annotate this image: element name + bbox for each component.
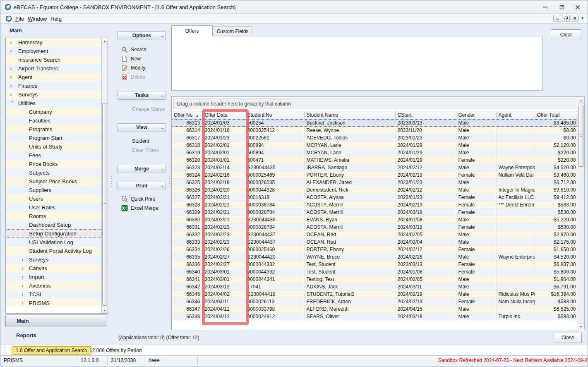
modify-action[interactable]: Modify bbox=[121, 64, 145, 71]
grid-cell[interactable]: 0000033798 bbox=[245, 305, 304, 313]
grid-cell[interactable]: S230044420 bbox=[245, 253, 304, 261]
tree-item-suppliers[interactable]: Suppliers bbox=[6, 186, 101, 194]
tree-expand-icon[interactable]: › bbox=[10, 82, 15, 90]
grid-cell[interactable]: PORTER, Ebony bbox=[304, 171, 395, 179]
grid-cell[interactable]: $220.00 bbox=[535, 156, 578, 164]
grid-cell[interactable]: 2024/01/03 bbox=[202, 119, 245, 127]
grid-cell[interactable]: 66332 bbox=[172, 231, 202, 238]
splitter-left[interactable] bbox=[110, 176, 112, 187]
tree-scroll-up-icon[interactable]: ▲ bbox=[102, 38, 108, 44]
grid-cell[interactable]: 500894 bbox=[245, 149, 304, 156]
grid-cell[interactable]: ACOSTA, Merrill bbox=[304, 201, 395, 209]
search-action[interactable]: Search bbox=[121, 46, 146, 53]
grid-cell[interactable]: 66328 bbox=[172, 201, 202, 209]
grid-cell[interactable]: 66314 bbox=[172, 127, 202, 134]
grid-cell[interactable]: OCEAN, Red bbox=[304, 238, 395, 246]
grid-cell[interactable]: Testing, Test bbox=[304, 276, 395, 283]
grid-cell[interactable]: Turpis Inc. bbox=[496, 313, 535, 320]
tree-expand-icon[interactable]: › bbox=[22, 273, 26, 281]
tree-item-finance[interactable]: ›Finance bbox=[6, 82, 101, 90]
grid-cell[interactable]: 66331 bbox=[172, 223, 202, 231]
grid-cell[interactable]: 2024/04/12 bbox=[202, 305, 245, 313]
column-header-offer-no[interactable]: Offer No▲ bbox=[172, 111, 202, 119]
grid-cell[interactable]: Female bbox=[456, 171, 496, 179]
grid-cell[interactable]: 0000025469 bbox=[245, 171, 304, 179]
grid-cell[interactable]: $6,525.00 bbox=[535, 305, 578, 313]
grid-cell[interactable]: $2,175.00 bbox=[535, 238, 578, 246]
column-header-agent[interactable]: Agent bbox=[496, 111, 535, 119]
grid-row[interactable]: 663282024/02/210000038784ACOSTA, Merrill… bbox=[172, 201, 578, 209]
grid-cell[interactable]: Nullam Velit Dui In bbox=[496, 171, 535, 179]
grid-cell[interactable]: 2024/01/23 bbox=[202, 134, 245, 142]
grid-cell[interactable]: 2024/02/12 bbox=[395, 246, 456, 253]
grid-cell[interactable]: Female bbox=[456, 194, 496, 201]
grid-row[interactable]: 663472024/04/120000033798ALFORD, Meredit… bbox=[172, 305, 578, 313]
tree-item-company[interactable]: Company bbox=[6, 108, 101, 116]
grid-cell[interactable]: ADKINS, Jack bbox=[304, 283, 395, 290]
tree-item-tcsi[interactable]: ›TCSI bbox=[6, 290, 101, 299]
grid-cell[interactable] bbox=[496, 268, 535, 276]
grid-cell[interactable]: S230044437 bbox=[245, 238, 304, 246]
grid-cell[interactable]: 66327 bbox=[172, 194, 202, 201]
grid-cell[interactable]: 2024/02/27 bbox=[202, 261, 245, 268]
grid-cell[interactable]: Male bbox=[456, 313, 496, 320]
grid-cell[interactable]: PORTER, Ebony bbox=[304, 246, 395, 253]
tree-scroll-down-icon[interactable]: ▼ bbox=[102, 307, 108, 313]
grid-scroll-up-icon[interactable]: ▲ bbox=[578, 97, 584, 103]
grid-cell[interactable]: 2023/11/20 bbox=[395, 127, 456, 134]
grid-cell[interactable] bbox=[496, 283, 535, 290]
grid-cell[interactable]: 2024/03/18 bbox=[395, 209, 456, 216]
grid-cell[interactable]: 0000026113 bbox=[245, 298, 304, 305]
grid-cell[interactable]: 00022561 bbox=[245, 134, 304, 142]
column-header-cstart[interactable]: CStart bbox=[395, 111, 456, 119]
grid-cell[interactable]: 66333 bbox=[172, 238, 202, 246]
grid-cell[interactable]: FREDERICK, Arden bbox=[304, 298, 395, 305]
grid-cell[interactable]: $3,485.00 bbox=[535, 119, 578, 127]
grid-cell[interactable]: 2024/03/04 bbox=[395, 238, 456, 246]
grid-cell[interactable]: $1,650.00 bbox=[535, 246, 578, 253]
tree-item-prisms[interactable]: ›PRISMS bbox=[6, 299, 101, 307]
grid-cell[interactable]: $3,460.00 bbox=[535, 171, 578, 179]
grid-cell[interactable] bbox=[496, 238, 535, 246]
grid-row[interactable]: 663172024/01/2300022561ACEVEDO, Tobias20… bbox=[172, 134, 578, 142]
grid-cell[interactable]: Male bbox=[456, 149, 496, 156]
grid-cell[interactable]: Female bbox=[456, 268, 496, 276]
grid-cell[interactable]: WAYNE, Bruce bbox=[304, 253, 395, 261]
grid-cell[interactable]: 2024/01/29 bbox=[395, 142, 456, 149]
grid-row[interactable]: 663422024/03/1217041ADKINS, Jack2024/03/… bbox=[172, 283, 578, 290]
tree-item-canvas[interactable]: ›Canvas bbox=[6, 264, 101, 273]
tree-expand-icon[interactable]: › bbox=[22, 299, 26, 307]
clear-filters-action[interactable]: Clear Filters bbox=[132, 146, 159, 154]
grid-row[interactable]: 663292024/02/210000028784ACOSTA, Merrill… bbox=[172, 209, 578, 216]
grid-cell[interactable] bbox=[496, 142, 535, 149]
grid-cell[interactable]: 2023/01/23 bbox=[395, 134, 456, 142]
grid-cell[interactable]: 0000028784 bbox=[245, 209, 304, 216]
tree-item-rooms[interactable]: Rooms bbox=[6, 212, 101, 221]
grid-cell[interactable]: S230044435 bbox=[245, 164, 304, 171]
grid-row[interactable]: 663202024/01/01500471MATHEWS, Amelia2024… bbox=[172, 156, 578, 164]
grid-cell[interactable]: 66348 bbox=[172, 313, 202, 320]
tree-scrollbar[interactable]: ▲ ▼ bbox=[101, 38, 108, 313]
grid-cell[interactable]: 2024/03/18 bbox=[395, 223, 456, 231]
grid-cell[interactable]: Male bbox=[456, 179, 496, 186]
grid-cell[interactable] bbox=[496, 156, 535, 164]
grid-cell[interactable]: 2024/04/11 bbox=[202, 298, 245, 305]
grid-cell[interactable]: 2024/02/01 bbox=[202, 149, 245, 156]
grid-row[interactable]: 663142024/01/160000025412Reese, Wynne202… bbox=[172, 127, 578, 134]
grid-cell[interactable]: 2024/02/26 bbox=[202, 246, 245, 253]
grid-cell[interactable]: Female bbox=[456, 156, 496, 164]
grid-cell[interactable]: SEARS, Oliver bbox=[304, 313, 395, 320]
grid-cell[interactable]: 2024/03/12 bbox=[202, 283, 245, 290]
tabbar-drag-handle[interactable] bbox=[4, 347, 6, 355]
grid-cell[interactable] bbox=[496, 231, 535, 238]
grid-cell[interactable]: 2024/02/23 bbox=[202, 231, 245, 238]
grid-cell[interactable]: 2024/02/21 bbox=[202, 209, 245, 216]
grid-row[interactable]: 663342024/02/260000025469PORTER, Ebony20… bbox=[172, 246, 578, 253]
grid-cell[interactable]: 2024/02/23 bbox=[202, 238, 245, 246]
grid-cell[interactable]: 2024/02/19 bbox=[395, 298, 456, 305]
grid-cell[interactable]: 66323 bbox=[172, 164, 202, 171]
tree-expand-icon[interactable]: › bbox=[22, 281, 26, 290]
grid-cell[interactable]: 2024/01/08 bbox=[395, 268, 456, 276]
tree-item-utilities[interactable]: ›Utilities bbox=[6, 99, 101, 108]
grid-cell[interactable]: $2,120.00 bbox=[535, 142, 578, 149]
